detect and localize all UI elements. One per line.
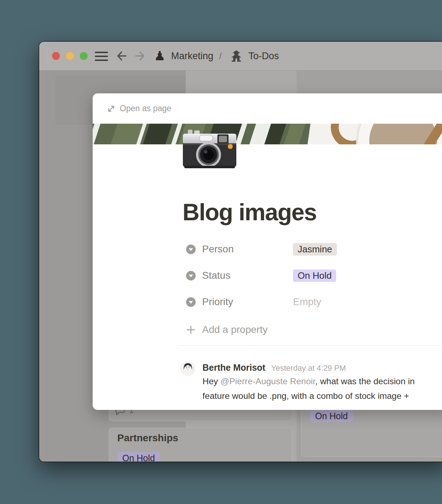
property-label: Person [202,243,293,255]
forward-arrow-icon[interactable] [134,50,146,62]
open-as-page-button[interactable]: Open as page [93,93,442,124]
comment-timestamp: Yesterday at 4:29 PM [271,364,346,372]
minimize-window-button[interactable] [66,52,74,60]
comment-text: Hey [202,376,220,386]
breadcrumb-marketing[interactable]: Marketing [171,42,214,70]
breadcrumb-todos[interactable]: To-Dos [248,42,279,70]
back-arrow-icon[interactable] [116,50,128,62]
japanese-castle-icon [230,42,243,70]
screenshot-root: { "colors": { "desktop_background": "#4d… [0,0,442,504]
property-chevron-circle-icon [186,297,196,307]
section-divider [179,345,442,346]
page-cover-image [93,124,442,144]
property-row-person[interactable]: Person Jasmine [183,241,439,257]
page-peek-modal: Open as page [93,93,442,410]
property-chevron-circle-icon [186,271,196,281]
breadcrumb-separator: / [219,42,222,70]
empty-value: Empty [293,296,321,308]
mention-link[interactable]: @Pierre-Auguste Renoir [220,376,315,386]
person-badge[interactable]: Jasmine [293,243,337,256]
add-property-label: Add a property [202,324,268,335]
property-row-priority[interactable]: Priority Empty [183,294,439,310]
window-titlebar: ♟ Marketing / To-Dos [39,42,442,71]
property-label: Priority [202,296,293,308]
property-chevron-circle-icon [186,245,196,254]
status-badge[interactable]: On Hold [293,269,336,282]
comment-line-1: Hey @Pierre-Auguste Renoir, what was the… [202,376,415,386]
zoom-window-button[interactable] [80,52,88,60]
close-window-button[interactable] [52,52,60,60]
commenter-avatar [180,361,195,376]
property-label: Status [202,270,293,281]
plus-icon [186,325,196,335]
add-property-button[interactable]: Add a property [183,322,268,338]
page-title[interactable]: Blog images [183,199,317,226]
sidebar-menu-icon[interactable] [95,50,108,62]
board-card-partnerships[interactable]: Partnerships On Hold [109,428,292,462]
camera-page-icon[interactable] [183,129,236,169]
property-row-status[interactable]: Status On Hold [183,268,439,283]
comment-author: Berthe Morisot [202,362,265,372]
comment-header: Berthe Morisot Yesterday at 4:29 PM [202,362,346,373]
comment-line-2: feature would be .png, with a combo of s… [202,391,409,401]
status-badge: On Hold [117,452,160,462]
chess-pawn-icon: ♟ [154,42,165,70]
card-title: Partnerships [117,432,178,444]
open-as-page-label: Open as page [120,104,171,113]
expand-diagonal-icon [107,104,115,113]
comment-text: , what was the decision in [315,376,415,386]
status-badge: On Hold [310,410,353,422]
